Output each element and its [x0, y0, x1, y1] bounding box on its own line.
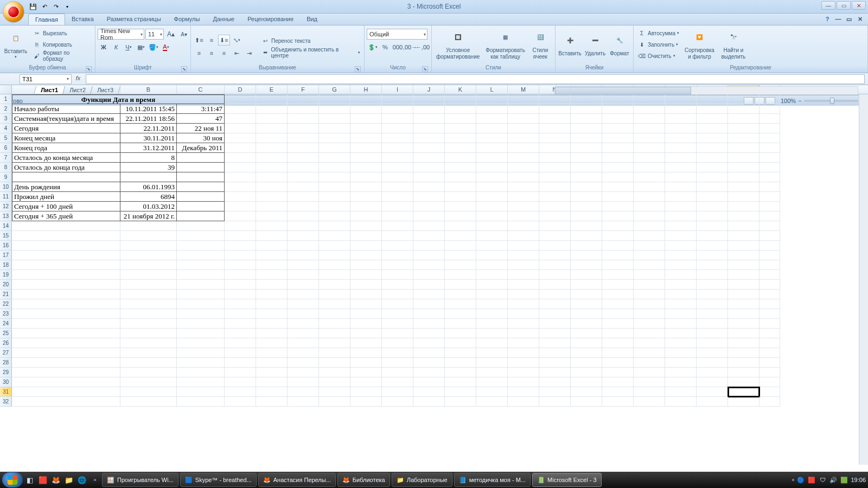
- cell[interactable]: [445, 270, 476, 280]
- cell[interactable]: [319, 397, 350, 407]
- cell[interactable]: [634, 387, 665, 397]
- cell[interactable]: [602, 397, 634, 407]
- cell[interactable]: [12, 338, 120, 348]
- cell[interactable]: [350, 329, 382, 338]
- cell[interactable]: [634, 260, 665, 270]
- cell[interactable]: [177, 299, 225, 309]
- cell[interactable]: [350, 143, 382, 153]
- cell[interactable]: [728, 338, 760, 348]
- cell[interactable]: [539, 182, 571, 192]
- cell[interactable]: [665, 387, 697, 397]
- cell[interactable]: [728, 270, 760, 280]
- cell[interactable]: [539, 387, 571, 397]
- cell[interactable]: [319, 202, 350, 211]
- align-right-icon[interactable]: ≡: [218, 48, 230, 59]
- cell[interactable]: [288, 104, 319, 114]
- cell[interactable]: [760, 368, 780, 377]
- cell[interactable]: [602, 202, 634, 211]
- cell[interactable]: [760, 280, 780, 290]
- cell[interactable]: [571, 387, 602, 397]
- cell[interactable]: [602, 133, 634, 143]
- cell[interactable]: [760, 329, 780, 338]
- cell[interactable]: [445, 94, 476, 104]
- horizontal-scrollbar[interactable]: [554, 86, 858, 95]
- cell[interactable]: [476, 348, 508, 358]
- cell[interactable]: [634, 319, 665, 329]
- cell[interactable]: [760, 133, 780, 143]
- cell[interactable]: [665, 124, 697, 133]
- row-header[interactable]: 8: [0, 163, 12, 172]
- cell[interactable]: [445, 309, 476, 319]
- cell[interactable]: [413, 358, 445, 368]
- cell[interactable]: [225, 182, 256, 192]
- cell[interactable]: [256, 299, 288, 309]
- cell[interactable]: [350, 319, 382, 329]
- cell[interactable]: [319, 309, 350, 319]
- cell[interactable]: [602, 260, 634, 270]
- row-header[interactable]: 1: [0, 94, 12, 104]
- cell[interactable]: [413, 153, 445, 163]
- cell[interactable]: [602, 358, 634, 368]
- help-icon[interactable]: ?: [824, 15, 831, 23]
- format-cells-button[interactable]: 🔧Формат: [608, 27, 631, 62]
- clock[interactable]: 19:06: [851, 477, 866, 483]
- cell[interactable]: [12, 290, 120, 299]
- cell[interactable]: [445, 114, 476, 124]
- cell[interactable]: [602, 251, 634, 260]
- cell[interactable]: [476, 124, 508, 133]
- cell[interactable]: [539, 319, 571, 329]
- cell[interactable]: [225, 143, 256, 153]
- row-header[interactable]: 18: [0, 260, 12, 270]
- cell[interactable]: [697, 309, 728, 319]
- cell[interactable]: [319, 172, 350, 182]
- cell[interactable]: [120, 329, 177, 338]
- cell[interactable]: [177, 231, 225, 241]
- cell[interactable]: [413, 231, 445, 241]
- cell[interactable]: [571, 319, 602, 329]
- qat-customize-icon[interactable]: ▾: [62, 2, 72, 11]
- cell[interactable]: [728, 153, 760, 163]
- cell[interactable]: 39: [120, 163, 177, 172]
- cell[interactable]: [120, 260, 177, 270]
- cell[interactable]: [413, 338, 445, 348]
- cell[interactable]: [697, 192, 728, 202]
- ribbon-tab-3[interactable]: Формулы: [168, 14, 207, 25]
- conditional-format-button[interactable]: 🔲Условное форматирование: [434, 27, 482, 62]
- cell[interactable]: [256, 377, 288, 387]
- cell[interactable]: [413, 319, 445, 329]
- cell[interactable]: [697, 124, 728, 133]
- cell[interactable]: [120, 377, 177, 387]
- cell[interactable]: [760, 114, 780, 124]
- cell[interactable]: [476, 153, 508, 163]
- cell[interactable]: [508, 270, 539, 280]
- cell[interactable]: [760, 358, 780, 368]
- cell[interactable]: [634, 358, 665, 368]
- column-header[interactable]: I: [382, 85, 413, 94]
- cell[interactable]: [256, 290, 288, 299]
- cell[interactable]: [508, 94, 539, 104]
- cell[interactable]: [476, 114, 508, 124]
- column-header[interactable]: E: [256, 85, 288, 94]
- clipboard-dialog-icon[interactable]: ⬊: [86, 66, 92, 72]
- cell[interactable]: [760, 202, 780, 211]
- taskbar-app-button[interactable]: 🟦Skype™ - breathed...: [180, 473, 257, 487]
- cell[interactable]: [602, 153, 634, 163]
- cell[interactable]: [760, 377, 780, 387]
- cell[interactable]: [665, 319, 697, 329]
- cell[interactable]: [760, 163, 780, 172]
- cell[interactable]: [634, 114, 665, 124]
- cell[interactable]: [634, 368, 665, 377]
- cell[interactable]: 21 ноября 2012 г.: [120, 211, 177, 221]
- cell[interactable]: [319, 290, 350, 299]
- zoom-slider[interactable]: [804, 100, 858, 102]
- cell[interactable]: [288, 133, 319, 143]
- cell[interactable]: [256, 192, 288, 202]
- cell[interactable]: [539, 202, 571, 211]
- cell[interactable]: [177, 338, 225, 348]
- ribbon-tab-0[interactable]: Главная: [28, 14, 65, 25]
- cell[interactable]: [256, 231, 288, 241]
- cell[interactable]: [177, 377, 225, 387]
- cell[interactable]: [508, 231, 539, 241]
- cell[interactable]: [256, 114, 288, 124]
- cell[interactable]: [571, 153, 602, 163]
